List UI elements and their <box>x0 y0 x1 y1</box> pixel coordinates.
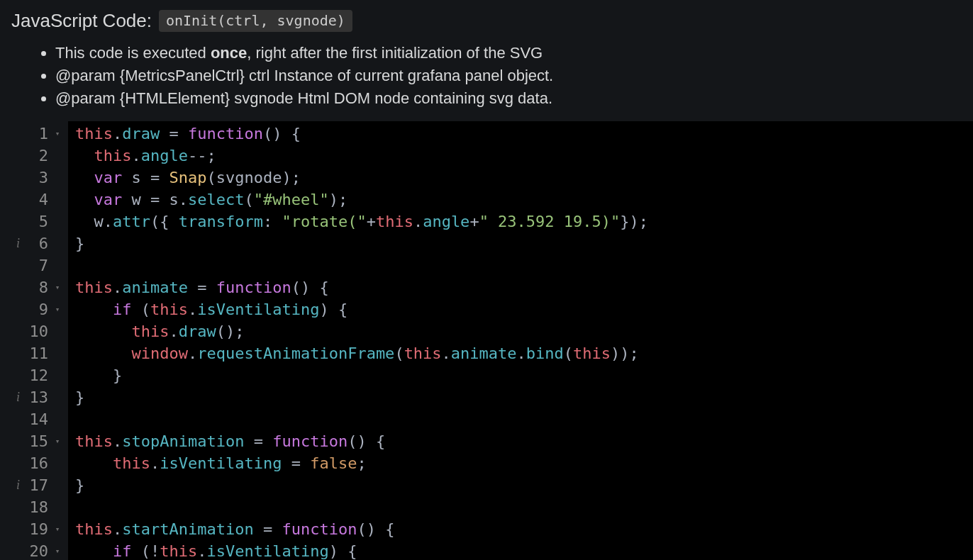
fold-icon[interactable]: ▾ <box>54 298 61 320</box>
code-token: draw <box>179 323 216 340</box>
code-token: false <box>310 454 357 472</box>
code-token: if <box>113 301 132 318</box>
code-line[interactable]: if (this.isVentilating) { <box>75 298 973 320</box>
code-line[interactable]: var s = Snap(svgnode); <box>75 167 973 189</box>
info-icon: i <box>16 474 23 496</box>
code-token: . <box>131 147 140 164</box>
code-line[interactable]: var w = s.select("#wheel"); <box>75 189 973 211</box>
code-line[interactable] <box>75 254 973 276</box>
line-number: 17 <box>28 474 48 496</box>
code-line[interactable] <box>75 408 973 430</box>
code-token: startAnimation <box>122 520 253 538</box>
code-line[interactable] <box>75 496 973 518</box>
editor-code-area[interactable]: this.draw = function() { this.angle--; v… <box>68 121 973 560</box>
code-token: this <box>113 454 150 472</box>
code-token: = <box>254 520 282 538</box>
code-line[interactable]: window.requestAnimationFrame(this.animat… <box>75 342 973 364</box>
code-line[interactable]: this.startAnimation = function() { <box>75 518 973 540</box>
code-token: Snap <box>169 169 206 186</box>
code-token: function <box>216 279 291 296</box>
code-token: } <box>75 388 84 406</box>
line-number: 10 <box>28 320 48 342</box>
code-token <box>75 301 113 318</box>
code-line[interactable]: this.angle--; <box>75 145 973 167</box>
line-number: 7 <box>28 254 48 276</box>
code-token: () { <box>348 432 385 450</box>
code-line[interactable]: } <box>75 474 973 496</box>
code-token: () { <box>291 279 329 296</box>
code-token: }); <box>620 213 648 230</box>
code-token: this <box>404 345 442 362</box>
code-token: var <box>94 191 123 208</box>
doc-list: This code is executed once, right after … <box>11 42 962 110</box>
gutter-row: i6 <box>0 233 64 254</box>
code-line[interactable]: this.isVentilating = false; <box>75 452 973 474</box>
code-token: this <box>160 542 197 560</box>
code-token: function <box>282 520 357 538</box>
code-token: . <box>169 323 178 340</box>
fold-icon[interactable]: ▾ <box>54 430 61 452</box>
fold-icon[interactable]: ▾ <box>54 518 61 540</box>
code-line[interactable]: } <box>75 364 973 386</box>
line-number: 20 <box>28 540 48 560</box>
code-token: function <box>272 432 348 450</box>
code-token <box>75 323 131 340</box>
code-line[interactable]: w.attr({ transform: "rotate("+this.angle… <box>75 211 973 233</box>
line-number: 8 <box>28 276 48 298</box>
code-token: . <box>188 301 197 318</box>
code-token: this <box>75 432 113 450</box>
gutter-row: 2 <box>0 145 64 167</box>
code-token: window <box>131 345 187 362</box>
line-number: 12 <box>28 364 48 386</box>
code-token: . <box>113 279 122 296</box>
code-token: " 23.592 19.5)" <box>479 213 621 230</box>
code-token: (svgnode); <box>206 169 300 186</box>
code-token: select <box>188 191 244 208</box>
code-line[interactable]: if (!this.isVentilating) { <box>75 540 973 560</box>
code-line[interactable]: this.draw = function() { <box>75 123 973 145</box>
code-token: --; <box>188 147 216 164</box>
code-line[interactable]: } <box>75 386 973 408</box>
code-token: bind <box>526 345 564 362</box>
code-token: isVentilating <box>160 454 282 472</box>
info-icon: i <box>16 386 23 408</box>
code-token: this <box>131 323 169 340</box>
code-token: ( <box>564 345 573 362</box>
code-token: . <box>113 125 122 142</box>
code-token: stopAnimation <box>122 432 244 450</box>
code-token <box>75 147 94 164</box>
code-editor[interactable]: 1▾2345i678▾9▾101112i131415▾16i171819▾20▾… <box>0 121 973 560</box>
code-line[interactable]: } <box>75 233 973 254</box>
gutter-row: 4 <box>0 189 64 211</box>
fold-icon[interactable]: ▾ <box>54 123 61 145</box>
editor-gutter: 1▾2345i678▾9▾101112i131415▾16i171819▾20▾… <box>0 121 68 560</box>
fold-icon[interactable]: ▾ <box>54 540 61 560</box>
code-token <box>75 191 94 208</box>
code-token: )); <box>611 345 639 362</box>
code-token: . <box>113 520 122 538</box>
code-token: animate <box>122 279 188 296</box>
line-number: 1 <box>28 123 48 145</box>
line-number: 6 <box>28 233 48 254</box>
doc-item: @param {MetricsPanelCtrl} ctrl Instance … <box>55 65 962 87</box>
code-token: . <box>188 345 197 362</box>
line-number: 15 <box>28 430 48 452</box>
code-line[interactable]: this.draw(); <box>75 320 973 342</box>
fold-icon[interactable]: ▾ <box>54 276 61 298</box>
code-token: isVentilating <box>197 301 319 318</box>
code-token: this <box>75 125 113 142</box>
code-line[interactable]: this.stopAnimation = function() { <box>75 430 973 452</box>
gutter-row: 7 <box>0 254 64 276</box>
gutter-row: 15▾ <box>0 430 64 452</box>
code-line[interactable]: this.animate = function() { <box>75 276 973 298</box>
code-token: this <box>75 279 113 296</box>
gutter-row: 20▾ <box>0 540 64 560</box>
code-token: attr <box>113 213 150 230</box>
gutter-row: 16 <box>0 452 64 474</box>
doc-text: This code is executed <box>55 44 211 62</box>
code-token: this <box>376 213 413 230</box>
title-row: JavaScript Code: onInit(ctrl, svgnode) <box>11 10 962 32</box>
gutter-row: 3 <box>0 167 64 189</box>
gutter-row: 18 <box>0 496 64 518</box>
code-token: : <box>263 213 282 230</box>
